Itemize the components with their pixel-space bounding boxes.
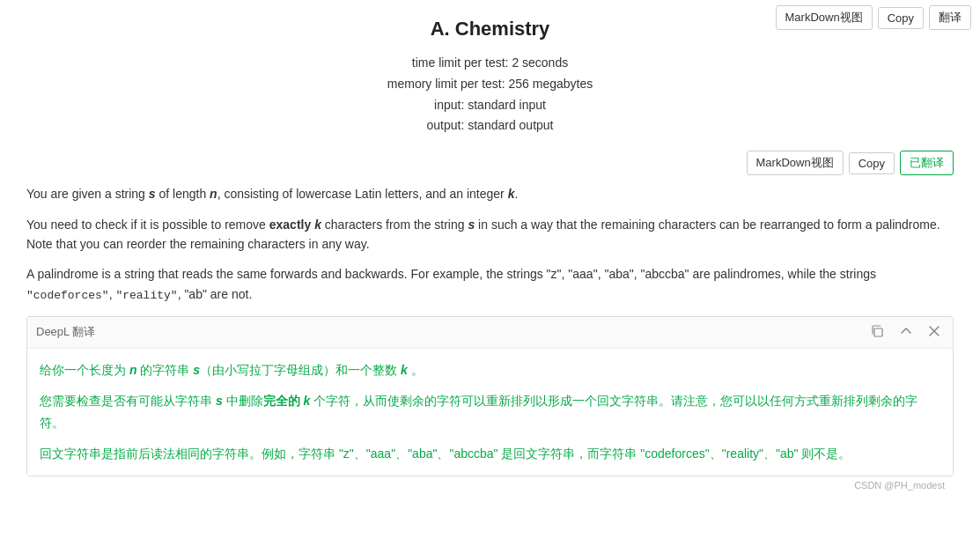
translation-p1: 给你一个长度为 n 的字符串 s（由小写拉丁字母组成）和一个整数 k 。	[40, 359, 940, 381]
second-toolbar: MarkDown视图 Copy 已翻译	[26, 151, 954, 175]
p2-mid: characters from the string	[321, 218, 468, 232]
markdown-view-button-top[interactable]: MarkDown视图	[776, 5, 873, 30]
meta-info: time limit per test: 2 seconds memory li…	[26, 53, 954, 136]
trans-exactly: 完全的	[263, 394, 300, 408]
translate-button-top[interactable]: 翻译	[929, 5, 971, 30]
translation-close-icon[interactable]	[925, 323, 944, 342]
p1-var-s: s	[149, 187, 156, 201]
trans-k: k	[401, 363, 408, 377]
p1-mid2: , consisting of lowercase Latin letters,…	[217, 187, 508, 201]
p2-prefix: You need to check if it is possible to r…	[26, 218, 269, 232]
translation-copy-icon[interactable]	[866, 322, 888, 343]
p1-prefix: You are given a string	[26, 187, 149, 201]
paragraph-2: You need to check if it is possible to r…	[26, 215, 954, 255]
translation-box: DeepL 翻译	[26, 316, 954, 477]
trans-n: n	[129, 363, 137, 377]
translated-button[interactable]: 已翻译	[900, 151, 954, 175]
translation-title: DeepL 翻译	[36, 324, 95, 340]
trans-s2: s	[216, 394, 223, 408]
watermark: CSDN @PH_modest	[26, 476, 954, 494]
trans-k2: k	[303, 394, 310, 408]
translation-p2: 您需要检查是否有可能从字符串 s 中删除完全的 k 个字符，从而使剩余的字符可以…	[40, 390, 940, 434]
time-limit: time limit per test: 2 seconds	[26, 53, 954, 74]
copy-button-second[interactable]: Copy	[849, 152, 895, 174]
memory-limit: memory limit per test: 256 megabytes	[26, 74, 954, 95]
svg-rect-0	[874, 328, 882, 336]
markdown-view-button-second[interactable]: MarkDown视图	[747, 151, 844, 175]
input-type: input: standard input	[26, 95, 954, 116]
translation-p3: 回文字符串是指前后读法相同的字符串。例如，字符串 "z"、"aaa"、"aba"…	[40, 443, 940, 465]
p1-suffix: .	[514, 187, 518, 201]
translation-header: DeepL 翻译	[27, 317, 953, 349]
p1-mid1: of length	[156, 187, 210, 201]
main-content: A. Chemistry time limit per test: 2 seco…	[0, 0, 980, 503]
translation-content: 给你一个长度为 n 的字符串 s（由小写拉丁字母组成）和一个整数 k 。 您需要…	[27, 349, 953, 476]
copy-button-top[interactable]: Copy	[878, 7, 924, 29]
problem-body: You are given a string s of length n, co…	[26, 184, 954, 305]
p2-exactly: exactly	[269, 218, 314, 232]
p3-reality: "reality"	[115, 289, 177, 302]
p2-var-k: k	[314, 218, 321, 232]
p1-var-n: n	[210, 187, 217, 201]
paragraph-1: You are given a string s of length n, co…	[26, 184, 954, 203]
translation-icons	[866, 322, 944, 343]
output-type: output: standard output	[26, 115, 954, 136]
paragraph-3: A palindrome is a string that reads the …	[26, 264, 954, 305]
top-toolbar: MarkDown视图 Copy 翻译	[776, 5, 971, 30]
trans-s: s	[193, 363, 200, 377]
translation-collapse-icon[interactable]	[896, 323, 916, 342]
p3-codeforces: "codeforces"	[26, 289, 109, 302]
